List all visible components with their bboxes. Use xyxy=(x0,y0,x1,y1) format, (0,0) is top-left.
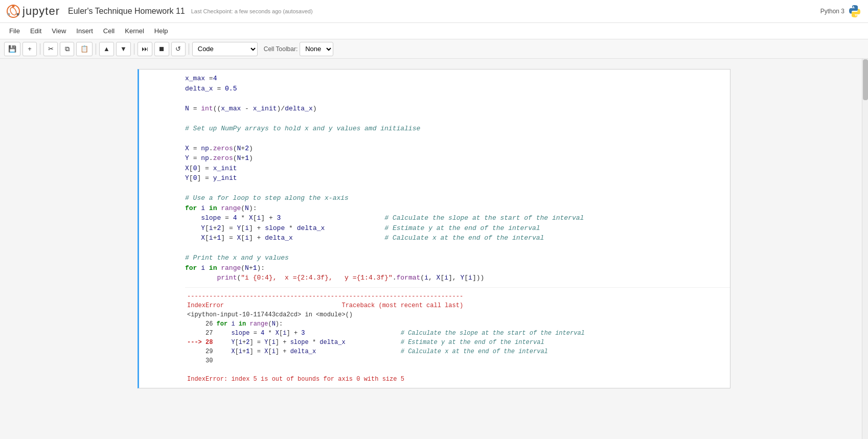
fast-forward-button[interactable]: ⏭ xyxy=(138,42,152,56)
cell-toolbar-label: Cell Toolbar: xyxy=(264,45,298,53)
notebook-container: x_max =4 delta_x = 0.5 N = int((x_max - … xyxy=(127,69,741,388)
cell-toolbar-select[interactable]: None xyxy=(300,42,333,56)
cell-code-content[interactable]: x_max =4 delta_x = 0.5 N = int((x_max - … xyxy=(185,70,730,287)
cut-cell-button[interactable]: ✂ xyxy=(43,42,58,56)
python-logo-icon xyxy=(848,4,862,18)
menu-kernel[interactable]: Kernel xyxy=(120,25,149,37)
code-block[interactable]: x_max =4 delta_x = 0.5 N = int((x_max - … xyxy=(185,74,728,283)
menu-cell[interactable]: Cell xyxy=(98,25,120,37)
cell-prompt xyxy=(139,70,185,80)
jupyter-logo: jupyter xyxy=(6,4,60,18)
svg-point-1 xyxy=(9,7,18,16)
paste-cell-button[interactable]: 📋 xyxy=(76,42,93,56)
stop-button[interactable]: ⏹ xyxy=(154,42,169,56)
menu-file[interactable]: File xyxy=(4,25,25,37)
scrollbar-thumb xyxy=(863,59,868,100)
toolbar: 💾 + ✂ ⧉ 📋 ▲ ▼ ⏭ ⏹ ↺ Code Markdown Raw NB… xyxy=(0,39,868,59)
move-up-button[interactable]: ▲ xyxy=(99,42,114,56)
menu-edit[interactable]: Edit xyxy=(25,25,47,37)
jupyter-logo-icon xyxy=(6,4,20,18)
notebook-title[interactable]: Euler's Technique Homework 11 xyxy=(68,7,185,16)
svg-point-4 xyxy=(17,13,19,16)
jupyter-logo-text: jupyter xyxy=(22,5,60,18)
cell-input-area: x_max =4 delta_x = 0.5 N = int((x_max - … xyxy=(139,70,730,287)
menu-view[interactable]: View xyxy=(47,25,71,37)
menu-insert[interactable]: Insert xyxy=(71,25,98,37)
move-down-button[interactable]: ▼ xyxy=(116,42,131,56)
svg-point-5 xyxy=(853,6,854,7)
toolbar-sep-1 xyxy=(40,43,40,55)
save-button[interactable]: 💾 xyxy=(4,42,20,56)
svg-point-2 xyxy=(12,5,15,8)
menubar: File Edit View Insert Cell Kernel Help xyxy=(0,23,868,39)
right-scrollbar[interactable] xyxy=(862,59,868,439)
toolbar-sep-2 xyxy=(96,43,96,55)
kernel-info: Python 3 xyxy=(820,4,862,18)
copy-cell-button[interactable]: ⧉ xyxy=(60,42,74,56)
restart-button[interactable]: ↺ xyxy=(171,42,186,56)
kernel-name: Python 3 xyxy=(820,8,844,15)
checkpoint-info: Last Checkpoint: a few seconds ago (auto… xyxy=(191,8,313,14)
topbar: jupyter Euler's Technique Homework 11 La… xyxy=(0,0,868,23)
main-content: x_max =4 delta_x = 0.5 N = int((x_max - … xyxy=(0,59,868,439)
svg-point-3 xyxy=(8,13,10,16)
cell-type-select[interactable]: Code Markdown Raw NBConvert xyxy=(192,42,258,56)
toolbar-sep-3 xyxy=(134,43,134,55)
toolbar-sep-4 xyxy=(189,43,189,55)
svg-point-6 xyxy=(855,15,856,16)
cell-output: ----------------------------------------… xyxy=(185,287,730,388)
code-cell[interactable]: x_max =4 delta_x = 0.5 N = int((x_max - … xyxy=(138,69,730,388)
error-output: ----------------------------------------… xyxy=(187,292,728,384)
menu-help[interactable]: Help xyxy=(149,25,173,37)
add-cell-button[interactable]: + xyxy=(22,42,37,56)
